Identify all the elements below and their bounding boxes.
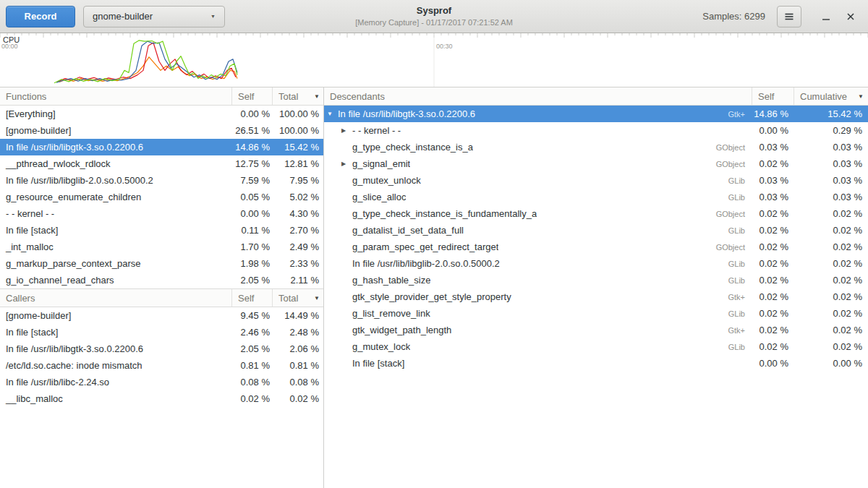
window-title: Sysprof (355, 4, 513, 17)
table-row[interactable]: gtk_widget_path_length Gtk+ 0.02 % 0.02 … (324, 322, 868, 338)
table-row[interactable]: gtk_style_provider_get_style_property Gt… (324, 288, 868, 305)
total-percent: 15.42 % (273, 142, 323, 153)
main-content: Functions Self Total ▼ [Everything] 0.00… (0, 87, 868, 488)
cumulative-percent: 0.02 % (794, 325, 868, 335)
minimize-button[interactable] (819, 8, 833, 25)
function-name: g_markup_parse_context_parse (0, 258, 232, 269)
table-row[interactable]: g_mutex_lock GLib 0.02 % 0.02 % (324, 338, 868, 355)
table-row[interactable]: [gnome-builder] 9.45 % 14.49 % (0, 307, 323, 324)
column-header-self[interactable]: Self (752, 87, 794, 105)
library-tag: GLib (728, 276, 752, 285)
title-box: Sysprof [Memory Capture] - 01/17/2017 07… (355, 4, 513, 27)
column-header-descendants[interactable]: Descendants (324, 87, 752, 105)
self-percent: 14.86 % (752, 108, 794, 119)
self-percent: 2.05 % (232, 275, 273, 286)
self-percent: 0.00 % (752, 125, 794, 136)
left-panel: Functions Self Total ▼ [Everything] 0.00… (0, 87, 324, 488)
function-name: g_type_check_instance_is_a (352, 142, 473, 153)
expander-icon[interactable]: ▶ (341, 160, 352, 167)
self-percent: 0.02 % (752, 225, 794, 236)
self-percent: 0.11 % (232, 225, 273, 236)
column-header-cumulative[interactable]: Cumulative ▼ (794, 87, 868, 105)
column-header-self[interactable]: Self (232, 289, 273, 307)
table-row[interactable]: g_io_channel_read_chars 2.05 % 2.11 % (0, 272, 323, 288)
function-name: _int_malloc (0, 241, 232, 252)
table-row[interactable]: _int_malloc 1.70 % 2.49 % (0, 239, 323, 255)
table-row[interactable]: g_markup_parse_context_parse 1.98 % 2.33… (0, 255, 323, 272)
function-name: [Everything] (0, 108, 232, 119)
self-percent: 7.59 % (232, 175, 273, 186)
table-row[interactable]: In file /usr/lib/libgtk-3.so.0.2200.6 2.… (0, 341, 323, 357)
function-name: g_datalist_id_set_data_full (352, 225, 464, 236)
function-name: g_mutex_unlock (352, 175, 421, 186)
target-selector-dropdown[interactable]: gnome-builder ▼ (83, 6, 225, 27)
function-name: g_slice_alloc (352, 192, 406, 202)
total-percent: 4.30 % (273, 208, 323, 219)
close-button[interactable] (843, 8, 858, 25)
self-percent: 0.00 % (232, 208, 273, 219)
function-name: In file [stack] (352, 358, 404, 369)
table-row[interactable]: g_list_remove_link GLib 0.02 % 0.02 % (324, 305, 868, 322)
callers-table-header: Callers Self Total ▼ (0, 288, 323, 307)
total-percent: 2.49 % (273, 241, 323, 252)
table-row[interactable]: g_param_spec_get_redirect_target GObject… (324, 239, 868, 255)
cumulative-percent: 0.02 % (794, 275, 868, 286)
menu-button[interactable] (777, 6, 801, 27)
total-percent: 2.48 % (273, 327, 323, 338)
table-row[interactable]: g_slice_alloc GLib 0.03 % 0.03 % (324, 189, 868, 205)
table-row[interactable]: /etc/ld.so.cache: inode mismatch 0.81 % … (0, 357, 323, 374)
column-header-self[interactable]: Self (232, 87, 273, 105)
table-row[interactable]: __pthread_rwlock_rdlock 12.75 % 12.81 % (0, 155, 323, 172)
table-row[interactable]: In file [stack] 0.00 % 0.00 % (324, 355, 868, 372)
column-header-functions[interactable]: Functions (0, 87, 232, 105)
self-percent: 0.81 % (232, 360, 273, 371)
table-row[interactable]: In file /usr/lib/libgtk-3.so.0.2200.6 14… (0, 139, 323, 155)
table-row[interactable]: g_type_check_instance_is_a GObject 0.03 … (324, 139, 868, 155)
table-row[interactable]: [gnome-builder] 26.51 % 100.00 % (0, 122, 323, 139)
expander-icon[interactable]: ▶ (341, 127, 352, 134)
cumulative-percent: 0.02 % (794, 291, 868, 302)
function-name: - - kernel - - (352, 125, 401, 136)
table-row[interactable]: [Everything] 0.00 % 100.00 % (0, 106, 323, 122)
record-button[interactable]: Record (6, 6, 75, 27)
function-name: g_io_channel_read_chars (0, 275, 232, 286)
table-row[interactable]: In file [stack] 0.11 % 2.70 % (0, 222, 323, 239)
library-tag: Gtk+ (728, 110, 752, 119)
table-row[interactable]: In file /usr/lib/libglib-2.0.so.0.5000.2… (0, 172, 323, 189)
cpu-graph-canvas (0, 33, 868, 87)
column-header-callers[interactable]: Callers (0, 289, 232, 307)
self-percent: 0.03 % (752, 142, 794, 153)
self-percent: 0.02 % (752, 241, 794, 252)
total-percent: 0.02 % (273, 393, 323, 404)
table-row[interactable]: g_hash_table_size GLib 0.02 % 0.02 % (324, 272, 868, 288)
hamburger-menu-icon (783, 11, 795, 22)
library-tag: GLib (728, 193, 752, 202)
table-row[interactable]: In file /usr/lib/libc-2.24.so 0.08 % 0.0… (0, 374, 323, 390)
cpu-usage-graph[interactable]: CPU 00:00 00:30 (0, 33, 868, 87)
table-row[interactable]: - - kernel - - 0.00 % 4.30 % (0, 205, 323, 222)
descendants-table: ▼ In file /usr/lib/libgtk-3.so.0.2200.6 … (324, 106, 868, 372)
table-row[interactable]: In file [stack] 2.46 % 2.48 % (0, 324, 323, 341)
function-name: gtk_style_provider_get_style_property (352, 291, 511, 302)
table-row[interactable]: g_datalist_id_set_data_full GLib 0.02 % … (324, 222, 868, 239)
cumulative-percent: 0.03 % (794, 158, 868, 169)
function-name: gtk_widget_path_length (352, 325, 451, 335)
cumulative-percent: 0.02 % (794, 208, 868, 219)
expander-icon[interactable]: ▼ (327, 111, 338, 117)
table-row[interactable]: g_mutex_unlock GLib 0.03 % 0.03 % (324, 172, 868, 189)
right-panel: Descendants Self Cumulative ▼ ▼ In file … (324, 87, 868, 488)
table-row[interactable]: ▼ In file /usr/lib/libgtk-3.so.0.2200.6 … (324, 106, 868, 122)
function-name: __pthread_rwlock_rdlock (0, 158, 232, 169)
column-header-total[interactable]: Total ▼ (273, 289, 323, 307)
table-row[interactable]: g_type_check_instance_is_fundamentally_a… (324, 205, 868, 222)
table-row[interactable]: In file /usr/lib/libglib-2.0.so.0.5000.2… (324, 255, 868, 272)
table-row[interactable]: ▶ g_signal_emit GObject 0.02 % 0.03 % (324, 155, 868, 172)
table-row[interactable]: ▶ - - kernel - - 0.00 % 0.29 % (324, 122, 868, 139)
functions-table: [Everything] 0.00 % 100.00 % [gnome-buil… (0, 106, 323, 288)
table-row[interactable]: __libc_malloc 0.02 % 0.02 % (0, 390, 323, 407)
self-percent: 0.02 % (232, 393, 273, 404)
column-header-total[interactable]: Total ▼ (273, 87, 323, 105)
table-row[interactable]: g_resource_enumerate_children 0.05 % 5.0… (0, 189, 323, 205)
function-name: g_type_check_instance_is_fundamentally_a (352, 208, 537, 219)
sysprof-window: Record gnome-builder ▼ Sysprof [Memory C… (0, 0, 868, 488)
